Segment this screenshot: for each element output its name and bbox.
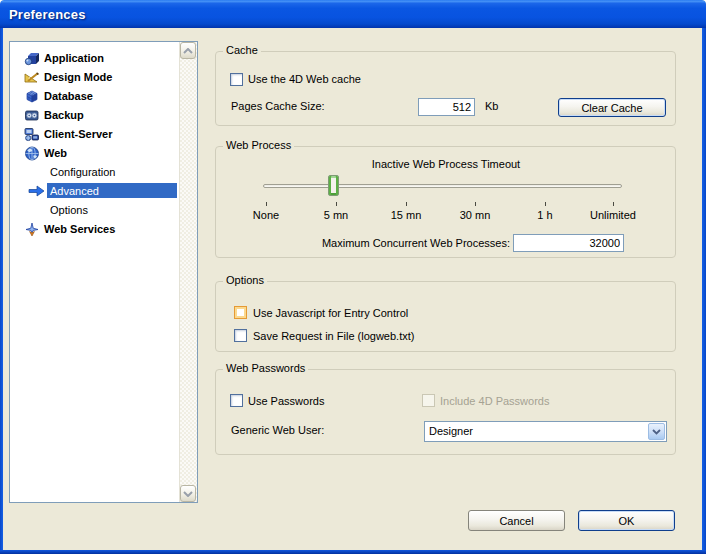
generic-web-user-value: Designer <box>429 425 473 437</box>
slider-tick <box>475 202 476 206</box>
client-server-icon <box>24 126 40 142</box>
use-4d-web-cache-label: Use the 4D Web cache <box>248 73 361 85</box>
database-icon <box>24 88 40 104</box>
window-border-right <box>702 28 706 554</box>
web-passwords-group: Web Passwords Use Passwords Include 4D P… <box>215 369 676 455</box>
window-border-bottom <box>0 550 706 554</box>
web-services-icon <box>24 221 40 237</box>
use-passwords-label: Use Passwords <box>248 395 324 407</box>
sidebar-item-label: Web Services <box>44 223 115 235</box>
scrollbar-down-button[interactable] <box>180 485 196 502</box>
sidebar-item-label: Backup <box>44 109 84 121</box>
sidebar-item-label: Options <box>50 204 88 216</box>
web-icon <box>24 145 40 161</box>
sidebar-item-label: Design Mode <box>44 71 112 83</box>
sidebar-item-web-services[interactable]: Web Services <box>12 220 177 237</box>
cancel-button[interactable]: Cancel <box>468 510 565 531</box>
use-4d-web-cache-checkbox[interactable] <box>230 73 243 86</box>
window-title: Preferences <box>0 7 86 22</box>
title-bar[interactable]: Preferences <box>0 0 706 28</box>
backup-icon <box>24 107 40 123</box>
timeout-slider-thumb[interactable] <box>328 175 339 196</box>
max-concurrent-label: Maximum Concurrent Web Processes: <box>320 237 510 249</box>
selected-arrow-icon <box>28 183 45 199</box>
include-4d-passwords-checkbox <box>422 394 435 407</box>
generic-web-user-select[interactable]: Designer <box>424 421 667 442</box>
slider-tick-label-5mn: 5 mn <box>301 209 371 221</box>
include-4d-passwords-label: Include 4D Passwords <box>440 395 549 407</box>
options-group: Options Use Javascript for Entry Control… <box>215 281 676 352</box>
sidebar-item-options[interactable]: Options <box>12 201 177 218</box>
pages-cache-size-unit: Kb <box>485 100 498 112</box>
pages-cache-size-label: Pages Cache Size: <box>231 100 325 112</box>
sidebar-item-database[interactable]: Database <box>12 87 177 104</box>
use-javascript-checkbox[interactable] <box>234 306 247 319</box>
sidebar-item-label: Web <box>44 147 67 159</box>
sidebar-item-application[interactable]: Application <box>12 49 177 66</box>
cache-group-title: Cache <box>223 44 261 56</box>
sidebar-item-advanced[interactable]: Advanced <box>12 182 177 199</box>
save-request-label: Save Request in File (logweb.txt) <box>253 330 414 342</box>
sidebar-item-label: Client-Server <box>44 128 112 140</box>
slider-tick <box>336 202 337 206</box>
cache-group: Cache Use the 4D Web cache Pages Cache S… <box>215 51 676 126</box>
clear-cache-button[interactable]: Clear Cache <box>558 98 666 117</box>
preferences-tree: Application Design Mode Database Backup … <box>9 41 198 503</box>
save-request-checkbox[interactable] <box>234 329 247 342</box>
pages-cache-size-input[interactable] <box>418 98 475 116</box>
window-border-left <box>0 28 3 554</box>
slider-tick <box>266 202 267 206</box>
max-concurrent-input[interactable] <box>513 234 624 252</box>
slider-tick <box>613 202 614 206</box>
sidebar-item-design-mode[interactable]: Design Mode <box>12 68 177 85</box>
timeout-slider-track[interactable] <box>263 184 622 188</box>
tree-scrollbar[interactable] <box>179 42 197 502</box>
sidebar-item-label: Application <box>44 52 104 64</box>
slider-tick-label-unlimited: Unlimited <box>578 209 648 221</box>
slider-tick <box>406 202 407 206</box>
use-javascript-label: Use Javascript for Entry Control <box>253 307 408 319</box>
use-passwords-checkbox[interactable] <box>230 394 243 407</box>
web-passwords-group-title: Web Passwords <box>223 362 308 374</box>
chevron-down-icon[interactable] <box>648 423 665 440</box>
sidebar-item-label: Database <box>44 90 93 102</box>
sidebar-item-web[interactable]: Web <box>12 144 177 161</box>
web-process-group: Web Process Inactive Web Process Timeout… <box>215 146 676 258</box>
sidebar-item-client-server[interactable]: Client-Server <box>12 125 177 142</box>
preferences-dialog: Preferences Application Design Mode Data… <box>0 0 706 554</box>
scrollbar-up-button[interactable] <box>180 42 196 59</box>
sidebar-item-label-selected: Advanced <box>47 183 177 198</box>
sidebar-item-configuration[interactable]: Configuration <box>12 163 177 180</box>
timeout-slider-title: Inactive Web Process Timeout <box>266 158 626 170</box>
web-process-group-title: Web Process <box>223 139 294 151</box>
ok-button[interactable]: OK <box>578 510 675 531</box>
sidebar-item-label: Configuration <box>50 166 115 178</box>
sidebar-item-backup[interactable]: Backup <box>12 106 177 123</box>
design-mode-icon <box>24 69 40 85</box>
slider-tick <box>545 202 546 206</box>
generic-web-user-label: Generic Web User: <box>231 424 324 436</box>
slider-tick-label-30mn: 30 mn <box>440 209 510 221</box>
options-group-title: Options <box>223 274 267 286</box>
slider-tick-label-1h: 1 h <box>510 209 580 221</box>
slider-tick-label-none: None <box>231 209 301 221</box>
slider-tick-label-15mn: 15 mn <box>371 209 441 221</box>
application-icon <box>24 50 40 66</box>
